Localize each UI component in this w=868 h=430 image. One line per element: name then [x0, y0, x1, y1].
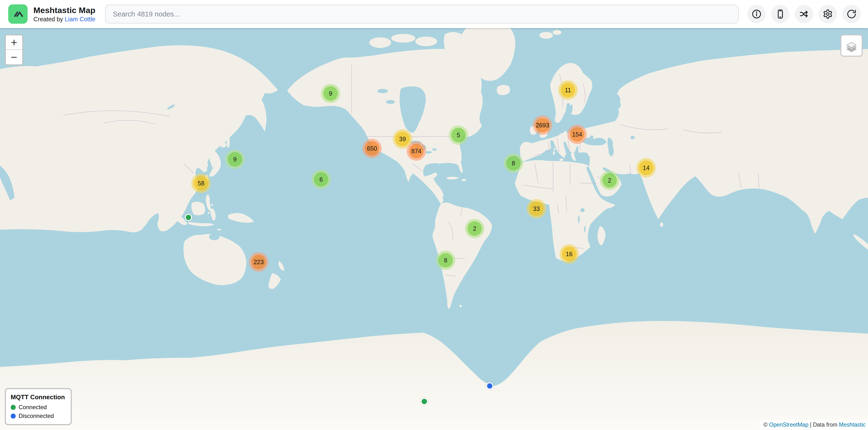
cluster-marker[interactable]: 6	[311, 170, 331, 189]
cluster-marker[interactable]: 223	[249, 252, 268, 272]
node-marker-connected[interactable]	[421, 398, 428, 405]
mobile-app-button[interactable]	[771, 5, 789, 23]
cluster-marker[interactable]: 11	[558, 80, 578, 100]
settings-button[interactable]	[818, 5, 837, 23]
refresh-button[interactable]	[842, 5, 861, 23]
zoom-control: + −	[5, 34, 23, 65]
cluster-marker[interactable]: 8	[436, 251, 455, 270]
map-tiles	[0, 28, 868, 430]
cluster-marker[interactable]: 2693	[533, 115, 552, 135]
node-marker-disconnected[interactable]	[486, 382, 493, 390]
cluster-marker[interactable]: 8	[504, 154, 523, 173]
shuffle-icon	[799, 9, 809, 19]
top-header: Meshtastic Map Created by Liam Cottle	[0, 0, 868, 28]
info-button[interactable]	[747, 5, 766, 23]
search-input[interactable]	[105, 5, 739, 24]
node-marker-connected[interactable]	[185, 214, 192, 221]
cluster-marker[interactable]: 2	[600, 171, 619, 190]
title-block: Meshtastic Map Created by Liam Cottle	[33, 6, 95, 23]
cluster-marker[interactable]: 33	[527, 199, 546, 219]
legend-item-disconnected: Disconnected	[11, 412, 65, 419]
map-attribution: © OpenStreetMap | Data from Meshtastic	[760, 420, 868, 430]
cluster-marker[interactable]: 5	[449, 125, 468, 145]
cluster-marker[interactable]: 2	[465, 219, 485, 238]
mobile-device-icon	[775, 9, 785, 19]
cluster-marker[interactable]: 9	[225, 150, 245, 169]
legend-label: Disconnected	[19, 412, 54, 419]
world-map[interactable]: + − 939650874569582232811269315482331614…	[0, 28, 868, 430]
cluster-marker[interactable]: 650	[362, 139, 382, 158]
mqtt-connection-legend: MQTT Connection Connected Disconnected	[5, 388, 72, 425]
gear-icon	[823, 9, 833, 19]
meshtastic-logo-icon	[8, 4, 28, 24]
author-link[interactable]: Liam Cottle	[65, 16, 95, 23]
cluster-marker[interactable]: 16	[559, 244, 579, 264]
info-icon	[751, 9, 762, 19]
attribution-prefix: ©	[764, 422, 769, 428]
zoom-out-button[interactable]: −	[6, 50, 22, 64]
stacked-layers-icon	[845, 39, 858, 52]
layers-button[interactable]	[840, 34, 863, 57]
meshtastic-link[interactable]: Meshtastic	[839, 422, 866, 428]
cluster-marker[interactable]: 14	[637, 158, 656, 177]
header-actions	[747, 5, 861, 23]
random-node-button[interactable]	[795, 5, 813, 23]
legend-label: Connected	[19, 404, 47, 410]
byline: Created by Liam Cottle	[33, 16, 95, 23]
page-title: Meshtastic Map	[33, 6, 95, 15]
refresh-icon	[846, 9, 857, 19]
connected-dot-icon	[11, 405, 16, 410]
attribution-middle: | Data from	[808, 422, 839, 428]
cluster-marker[interactable]: 874	[407, 141, 426, 161]
disconnected-dot-icon	[11, 414, 16, 419]
search-container	[105, 5, 739, 24]
cluster-marker[interactable]: 9	[321, 84, 340, 103]
cluster-marker[interactable]: 58	[191, 174, 211, 193]
legend-title: MQTT Connection	[11, 393, 65, 401]
openstreetmap-link[interactable]: OpenStreetMap	[769, 422, 808, 428]
legend-item-connected: Connected	[11, 404, 65, 410]
cluster-marker[interactable]: 154	[567, 125, 587, 144]
byline-prefix: Created by	[33, 16, 65, 23]
zoom-in-button[interactable]: +	[6, 35, 22, 50]
